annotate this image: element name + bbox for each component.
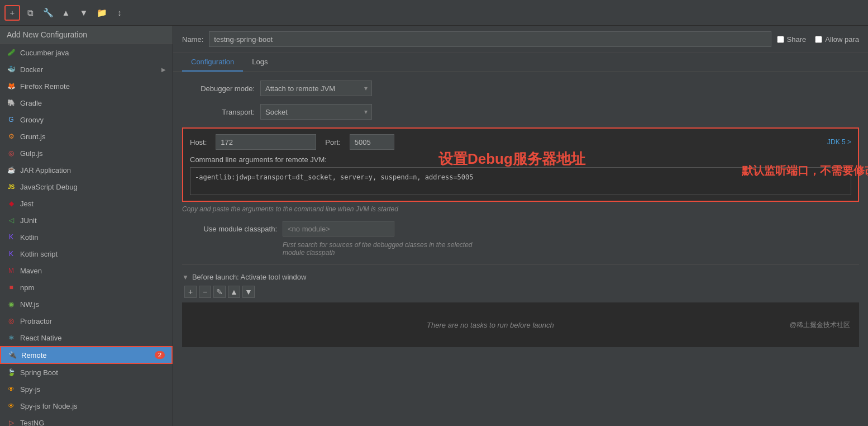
sidebar-item-spy-js[interactable]: 👁 Spy-js	[0, 381, 173, 397]
no-tasks-label: There are no tasks to run before launch	[191, 310, 790, 340]
before-launch-move-down-button[interactable]: ▼	[242, 286, 255, 298]
share-checkbox-label[interactable]: Share	[777, 35, 807, 44]
allow-parallel-label: Allow para	[825, 35, 859, 44]
spring-boot-icon: 🍃	[7, 368, 16, 377]
add-new-configuration-title: Add New Configuration	[7, 30, 87, 39]
kotlin-icon: K	[7, 233, 16, 242]
sidebar-item-label: Firefox Remote	[20, 82, 70, 91]
folder-button[interactable]: 📁	[94, 5, 109, 21]
tab-configuration[interactable]: Configuration	[182, 53, 243, 72]
copy-button[interactable]: ⧉	[22, 5, 38, 21]
before-launch-header[interactable]: ▼ Before launch: Activate tool window	[182, 267, 859, 286]
sidebar-item-gulp[interactable]: ◎ Gulp.js	[0, 145, 173, 162]
module-classpath-input[interactable]	[283, 221, 394, 236]
transport-row: Transport: Socket Shared memory	[182, 104, 859, 120]
debugger-mode-select-wrapper[interactable]: Attach to remote JVM Listen to remote JV…	[260, 81, 372, 96]
protractor-icon: ◎	[7, 316, 16, 325]
watermark: @稀土掘金技术社区	[790, 320, 850, 330]
transport-label: Transport:	[182, 108, 255, 116]
remote-icon: 🔌	[8, 351, 17, 359]
sidebar-item-label: Spring Boot	[20, 368, 58, 377]
cmd-args-label: Command line arguments for remote JVM:	[190, 155, 851, 164]
module-classpath-hint: First search for sources of the debugged…	[182, 241, 859, 257]
sidebar-item-kotlin-script[interactable]: K Kotlin script	[0, 245, 173, 262]
sidebar-item-label: JUnit	[20, 216, 37, 225]
before-launch-move-up-button[interactable]: ▲	[228, 286, 240, 298]
sidebar-item-label: npm	[20, 283, 34, 292]
sidebar-item-testng[interactable]: ▷ TestNG	[0, 414, 173, 426]
move-down-button[interactable]: ▼	[76, 5, 92, 21]
up-arrow-icon: ▲	[62, 8, 70, 17]
debugger-mode-select[interactable]: Attach to remote JVM Listen to remote JV…	[260, 81, 372, 96]
sidebar-item-jest[interactable]: ◆ Jest	[0, 195, 173, 212]
copy-icon: ⧉	[27, 8, 34, 18]
before-launch-actions: + − ✎ ▲ ▼	[182, 286, 859, 298]
sidebar-item-grunt[interactable]: ⚙ Grunt.js	[0, 128, 173, 145]
module-classpath-label: Use module classpath:	[182, 225, 277, 233]
sidebar-item-label: Groovy	[20, 116, 44, 124]
port-input[interactable]	[350, 134, 394, 150]
settings-button[interactable]: 🔧	[40, 5, 56, 21]
before-launch-remove-button[interactable]: −	[199, 286, 211, 298]
sidebar-item-label: NW.js	[20, 300, 39, 309]
maven-icon: M	[7, 266, 16, 275]
main-layout: Add New Configuration 🥒 Cucumber java 🐳 …	[0, 26, 868, 426]
sidebar-item-npm[interactable]: ■ npm	[0, 279, 173, 296]
before-launch-edit-button[interactable]: ✎	[213, 286, 226, 298]
testng-icon: ▷	[7, 418, 16, 426]
divider	[182, 264, 859, 265]
copy-hint: Copy and paste the arguments to the comm…	[182, 205, 859, 213]
sidebar-item-jar-application[interactable]: ☕ JAR Application	[0, 162, 173, 178]
share-checkbox[interactable]	[777, 36, 784, 43]
sidebar-item-docker[interactable]: 🐳 Docker ▶	[0, 61, 173, 78]
add-configuration-button[interactable]: +	[4, 5, 20, 21]
sidebar-item-label: Cucumber java	[20, 49, 69, 57]
spy-js-icon: 👁	[7, 385, 16, 394]
sidebar-item-react-native[interactable]: ⚛ React Native	[0, 329, 173, 346]
sidebar-item-firefox-remote[interactable]: 🦊 Firefox Remote	[0, 78, 173, 94]
sidebar-item-gradle[interactable]: 🐘 Gradle	[0, 94, 173, 111]
config-body: Debugger mode: Attach to remote JVM List…	[173, 72, 868, 426]
host-input[interactable]	[216, 134, 316, 150]
transport-select-wrapper[interactable]: Socket Shared memory	[260, 104, 372, 120]
sidebar-item-javascript-debug[interactable]: JS JavaScript Debug	[0, 178, 173, 195]
sidebar-item-spy-js-node[interactable]: 👁 Spy-js for Node.js	[0, 397, 173, 414]
allow-parallel-checkbox[interactable]	[815, 36, 822, 43]
docker-icon: 🐳	[7, 65, 16, 74]
name-input[interactable]	[209, 31, 771, 47]
sidebar-item-label: Maven	[20, 267, 42, 275]
sidebar-item-label: JAR Application	[20, 166, 71, 174]
groovy-icon: G	[7, 115, 16, 124]
tab-logs[interactable]: Logs	[243, 53, 276, 72]
sidebar-item-kotlin[interactable]: K Kotlin	[0, 229, 173, 245]
name-label: Name:	[182, 35, 203, 44]
sidebar-item-remote[interactable]: 🔌 Remote 2	[0, 346, 173, 364]
sidebar-item-label: Grunt.js	[20, 132, 46, 141]
sidebar-item-nwjs[interactable]: ◉ NW.js	[0, 296, 173, 313]
sidebar-item-cucumber-java[interactable]: 🥒 Cucumber java	[0, 44, 173, 61]
sidebar-header: Add New Configuration	[0, 26, 173, 44]
name-row: Name: Share Allow para	[173, 26, 868, 53]
before-launch-tasks-area: There are no tasks to run before launch …	[182, 302, 859, 347]
before-launch-add-button[interactable]: +	[184, 286, 197, 298]
sidebar-item-protractor[interactable]: ◎ Protractor	[0, 313, 173, 329]
debugger-mode-label: Debugger mode:	[182, 84, 255, 93]
plus-icon: +	[10, 8, 15, 17]
sidebar-item-label: Gulp.js	[20, 149, 42, 158]
sidebar-item-groovy[interactable]: G Groovy	[0, 111, 173, 128]
transport-select[interactable]: Socket Shared memory	[260, 104, 372, 120]
allow-parallel-checkbox-label[interactable]: Allow para	[815, 35, 859, 44]
sidebar-item-maven[interactable]: M Maven	[0, 262, 173, 279]
sidebar-item-junit[interactable]: ◁ JUnit	[0, 212, 173, 229]
sort-button[interactable]: ↕	[112, 5, 127, 21]
sidebar-item-label: Jest	[20, 200, 34, 208]
jar-icon: ☕	[7, 165, 16, 174]
cmd-args-box: -agentlib:jdwp=transport=dt_socket, serv…	[190, 167, 851, 195]
react-icon: ⚛	[7, 333, 16, 342]
npm-icon: ■	[7, 283, 16, 292]
sidebar-item-label: TestNG	[20, 419, 44, 427]
sidebar-item-label: JavaScript Debug	[20, 183, 78, 191]
before-launch-chevron: ▼	[182, 273, 189, 281]
move-up-button[interactable]: ▲	[58, 5, 74, 21]
sidebar-item-spring-boot[interactable]: 🍃 Spring Boot	[0, 364, 173, 381]
